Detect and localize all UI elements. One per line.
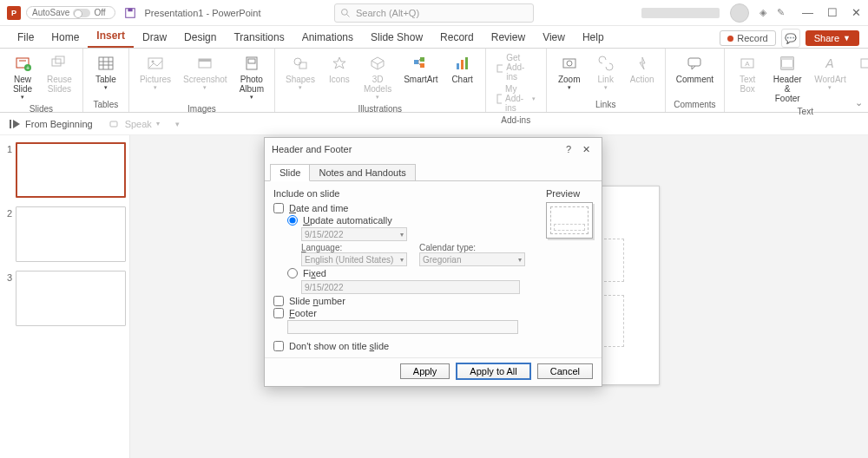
dont-show-title-checkbox[interactable] [273, 341, 284, 351]
shapes-icon [291, 54, 310, 73]
chart-button[interactable]: Chart [447, 52, 478, 102]
group-tables-label: Tables [90, 98, 122, 112]
menu-bar: File Home Insert Draw Design Transitions… [0, 26, 868, 49]
group-illustrations-label: Illustrations [282, 102, 478, 116]
tab-draw[interactable]: Draw [134, 28, 175, 48]
footer-text-input[interactable] [287, 320, 518, 334]
tab-view[interactable]: View [534, 28, 574, 48]
tab-file[interactable]: File [9, 28, 43, 48]
action-button[interactable]: Action [627, 52, 658, 98]
photo-album-button[interactable]: Photo Album▾ [236, 52, 267, 102]
tab-help[interactable]: Help [574, 28, 613, 48]
group-tables: Table ▾ Tables [83, 49, 129, 112]
search-box[interactable]: Search (Alt+Q) [334, 3, 534, 23]
3d-models-button[interactable]: 3D Models▾ [360, 52, 395, 102]
avatar[interactable] [730, 3, 749, 23]
link-icon [596, 54, 615, 73]
maximize-button[interactable]: ☐ [827, 6, 838, 19]
zoom-button[interactable]: Zoom▾ [554, 52, 585, 98]
overflow-button[interactable]: ▾ [175, 120, 180, 128]
date-time-checkbox[interactable] [273, 203, 284, 213]
action-icon [633, 54, 652, 73]
slide-thumbnail-3[interactable] [16, 271, 126, 326]
link-label: Link [598, 75, 614, 84]
cancel-button[interactable]: Cancel [537, 363, 593, 379]
chevron-down-icon: ▼ [843, 34, 851, 43]
autosave-toggle[interactable]: AutoSave Off [26, 6, 115, 19]
svg-rect-10 [99, 57, 113, 69]
icons-button[interactable]: Icons [324, 52, 355, 102]
slide-thumbnail-panel[interactable]: 1 2 3 [0, 135, 130, 458]
table-button[interactable]: Table ▾ [90, 52, 122, 98]
screenshot-label: Screenshot [183, 75, 227, 84]
fixed-date-input[interactable]: 9/15/2022 [301, 280, 520, 294]
svg-marker-38 [640, 57, 645, 69]
new-slide-button[interactable]: + New Slide ▾ [7, 52, 38, 102]
header-footer-dialog: Header and Footer ? ✕ Slide Notes and Ha… [264, 137, 602, 387]
slide-thumbnail-1[interactable] [16, 142, 126, 198]
svg-point-21 [294, 58, 301, 65]
dialog-tab-slide[interactable]: Slide [270, 164, 310, 181]
save-icon[interactable] [124, 7, 136, 19]
dialog-tab-notes[interactable]: Notes and Handouts [310, 164, 415, 181]
update-automatically-radio[interactable] [287, 215, 298, 226]
dont-show-title-label: Don't show on title slide [289, 341, 389, 351]
pictures-button[interactable]: Pictures▾ [136, 52, 174, 102]
tab-home[interactable]: Home [43, 28, 88, 48]
icons-label: Icons [329, 75, 350, 84]
screenshot-button[interactable]: Screenshot▾ [180, 52, 231, 102]
svg-rect-43 [781, 57, 793, 60]
comments-pane-button[interactable]: 💬 [781, 29, 800, 48]
calendar-type-dropdown[interactable]: Gregorian▾ [419, 252, 525, 266]
text-box-button[interactable]: AText Box [732, 52, 763, 105]
smartart-button[interactable]: SmartArt [400, 52, 441, 102]
link-button[interactable]: Link▾ [590, 52, 621, 98]
slide-thumbnail-2[interactable] [16, 206, 126, 262]
smartart-icon [411, 54, 431, 73]
fixed-radio[interactable] [287, 268, 298, 278]
minimize-button[interactable]: — [802, 6, 813, 19]
tab-design[interactable]: Design [175, 28, 225, 48]
chevron-down-icon: ▾ [21, 94, 24, 101]
tab-insert[interactable]: Insert [88, 26, 134, 48]
tab-animations[interactable]: Animations [293, 28, 362, 48]
tab-slideshow[interactable]: Slide Show [362, 28, 431, 48]
tab-review[interactable]: Review [483, 28, 534, 48]
svg-rect-44 [781, 67, 793, 69]
from-beginning-button[interactable]: From Beginning [9, 118, 93, 130]
toggle-pill-icon [73, 9, 90, 17]
close-button[interactable]: ✕ [852, 6, 861, 19]
my-addins-button[interactable]: My Add-ins▾ [493, 83, 539, 114]
get-addins-button[interactable]: Get Add-ins [493, 52, 539, 82]
play-icon [9, 118, 21, 130]
footer-checkbox[interactable] [273, 308, 284, 318]
thumb-number: 1 [3, 142, 12, 198]
collapse-ribbon-button[interactable]: ⌄ [855, 97, 863, 108]
comment-button[interactable]: Comment [673, 52, 717, 98]
tab-record[interactable]: Record [431, 28, 483, 48]
shapes-button[interactable]: Shapes▾ [282, 52, 319, 102]
svg-rect-8 [52, 59, 61, 66]
get-addins-label: Get Add-ins [506, 53, 535, 82]
svg-rect-55 [10, 120, 11, 128]
speak-button[interactable]: Speak ▾ [108, 118, 160, 130]
smartart-label: SmartArt [404, 75, 437, 84]
fixed-label: Fixed [303, 268, 326, 278]
dialog-close-button[interactable]: ✕ [577, 144, 595, 155]
slide-number-checkbox[interactable] [273, 296, 284, 306]
wordart-button[interactable]: AWordArt▾ [812, 52, 848, 105]
tab-transitions[interactable]: Transitions [225, 28, 293, 48]
record-button[interactable]: Record [720, 30, 775, 46]
diamond-icon[interactable]: ◈ [760, 7, 766, 18]
apply-button[interactable]: Apply [400, 363, 450, 379]
pen-icon[interactable]: ✎ [777, 7, 785, 18]
language-dropdown[interactable]: English (United States)▾ [301, 252, 407, 266]
share-button[interactable]: Share▼ [806, 30, 859, 46]
wordart-icon: A [820, 54, 839, 73]
date-format-dropdown[interactable]: 9/15/2022▾ [301, 227, 407, 241]
header-footer-button[interactable]: Header & Footer [768, 52, 806, 105]
svg-text:+: + [26, 65, 30, 71]
apply-to-all-button[interactable]: Apply to All [457, 363, 529, 379]
dialog-help-button[interactable]: ? [560, 144, 577, 154]
reuse-slides-button[interactable]: Reuse Slides [43, 52, 76, 102]
